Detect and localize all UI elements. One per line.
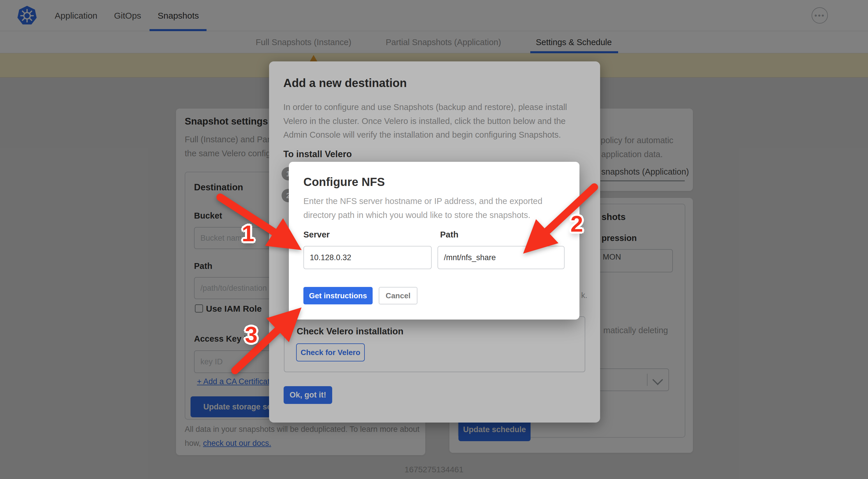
configure-nfs-body-line2: directory path in which you would like t… bbox=[303, 210, 530, 220]
get-instructions-button[interactable]: Get instructions bbox=[303, 287, 373, 304]
nfs-path-input[interactable] bbox=[437, 246, 565, 269]
configure-nfs-modal: Configure NFS Enter the NFS server hostn… bbox=[289, 162, 580, 320]
cancel-button[interactable]: Cancel bbox=[379, 287, 417, 304]
nfs-server-label: Server bbox=[303, 230, 330, 239]
configure-nfs-title: Configure NFS bbox=[303, 176, 385, 188]
admin-console-app: Application GitOps Snapshots ••• Full Sn… bbox=[0, 0, 868, 479]
nfs-path-label: Path bbox=[440, 230, 459, 239]
nfs-server-input[interactable] bbox=[303, 246, 432, 269]
configure-nfs-body-line1: Enter the NFS server hostname or IP addr… bbox=[303, 197, 542, 206]
